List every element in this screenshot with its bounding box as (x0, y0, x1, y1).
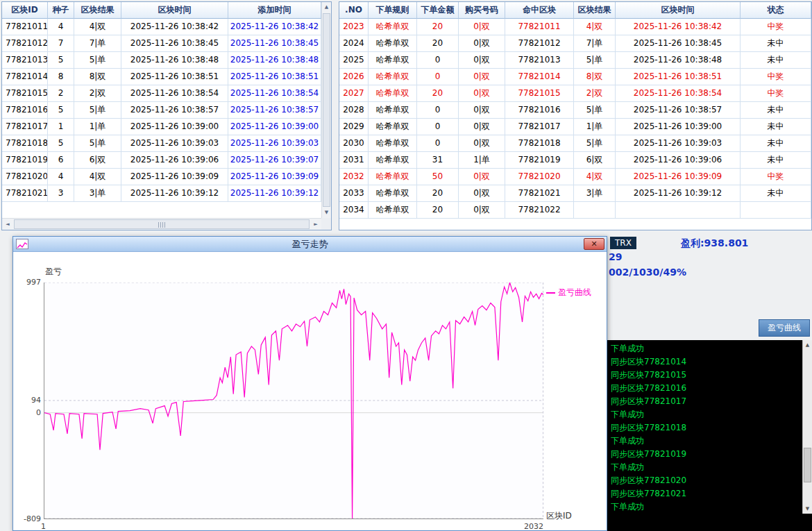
column-header[interactable]: 购买号码 (459, 2, 505, 19)
scroll-grip-icon (158, 222, 166, 228)
column-header[interactable]: 下单规则 (369, 2, 417, 19)
table-cell: 哈希单双 (369, 135, 417, 152)
scrollbar-corner (321, 218, 331, 230)
order-row[interactable]: 2033哈希单双200|双778210213|单2025-11-26 10:39… (339, 185, 811, 202)
order-row[interactable]: 2031哈希单双311|单778210196|双2025-11-26 10:39… (339, 152, 811, 169)
table-cell: 77821011 (505, 19, 574, 35)
orders-table: .NO下单规则下单金额购买号码命中区块区块结果区块时间状态 2023哈希单双20… (339, 2, 811, 219)
table-cell: 0|双 (459, 119, 505, 135)
console-scroll-thumb[interactable] (804, 448, 811, 482)
block-row[interactable]: 7782101711|单2025-11-26 10:39:002025-11-2… (2, 119, 321, 135)
column-header[interactable]: 区块ID (2, 2, 48, 19)
table-cell: 77821018 (505, 135, 574, 152)
table-cell: 77821021 (2, 185, 48, 202)
table-cell: 77821014 (505, 69, 574, 85)
table-cell: 哈希单双 (369, 185, 417, 202)
order-row[interactable]: 2023哈希单双200|双778210114|双2025-11-26 10:38… (339, 19, 811, 35)
column-header[interactable]: 区块时间 (121, 2, 228, 19)
order-row[interactable]: 2032哈希单双500|双778210204|双2025-11-26 10:39… (339, 169, 811, 185)
table-cell: 5|单 (74, 52, 121, 69)
vscroll-thumb[interactable] (323, 13, 330, 207)
table-cell: 4|双 (574, 19, 616, 35)
table-cell (741, 202, 811, 219)
order-row[interactable]: 2034哈希单双200|双77821022 (339, 202, 811, 219)
block-row[interactable]: 7782101277|单2025-11-26 10:38:452025-11-2… (2, 35, 321, 52)
column-header[interactable]: 状态 (741, 2, 811, 19)
column-header[interactable]: 区块结果 (574, 2, 616, 19)
table-cell: 2030 (339, 135, 369, 152)
table-cell: 0|双 (459, 202, 505, 219)
table-cell: 哈希单双 (369, 85, 417, 102)
table-cell: 未中 (741, 35, 811, 52)
table-cell: 2025-11-26 10:39:00 (228, 119, 321, 135)
block-row[interactable]: 7782101966|双2025-11-26 10:39:062025-11-2… (2, 152, 321, 169)
column-header[interactable]: 区块时间 (616, 2, 741, 19)
order-row[interactable]: 2029哈希单双00|双778210171|单2025-11-26 10:39:… (339, 119, 811, 135)
order-row[interactable]: 2027哈希单双200|双778210152|双2025-11-26 10:38… (339, 85, 811, 102)
block-row[interactable]: 7782101488|双2025-11-26 10:38:512025-11-2… (2, 69, 321, 85)
window-titlebar[interactable]: 盈亏走势 ✕ (13, 237, 607, 252)
order-row[interactable]: 2025哈希单双00|双778210135|单2025-11-26 10:38:… (339, 52, 811, 69)
table-cell: 哈希单双 (369, 169, 417, 185)
close-button[interactable]: ✕ (584, 238, 604, 250)
table-cell: 2025-11-26 10:38:42 (228, 19, 321, 35)
blocks-table-header: 区块ID种子区块结果区块时间添加时间 (2, 2, 321, 19)
table-cell: 2|双 (574, 85, 616, 102)
block-row[interactable]: 7782101655|单2025-11-26 10:38:572025-11-2… (2, 102, 321, 119)
block-row[interactable]: 7782101855|单2025-11-26 10:39:032025-11-2… (2, 135, 321, 152)
scroll-down-icon: ▼ (325, 210, 328, 215)
column-header[interactable]: 下单金额 (417, 2, 459, 19)
table-cell: 7|单 (574, 35, 616, 52)
console-line: 同步区块77821017 (611, 395, 801, 408)
table-cell: 2032 (339, 169, 369, 185)
table-cell: 2025-11-26 10:39:00 (616, 119, 741, 135)
block-row[interactable]: 7782101144|双2025-11-26 10:38:422025-11-2… (2, 19, 321, 35)
chart-client-area: 盈亏 997 94 0 -809 1 2032 区块ID 盈亏曲线 (13, 252, 607, 530)
block-row[interactable]: 7782101355|单2025-11-26 10:38:482025-11-2… (2, 52, 321, 69)
table-cell: 2025-11-26 10:39:09 (616, 169, 741, 185)
scroll-right-button[interactable]: ► (310, 219, 321, 230)
column-header[interactable]: 命中区块 (505, 2, 574, 19)
blocks-hscrollbar[interactable]: ◄ ► (2, 218, 321, 230)
table-cell: 哈希单双 (369, 152, 417, 169)
console-scroll-down-button[interactable]: ▼ (803, 504, 812, 514)
block-row[interactable]: 7782102044|双2025-11-26 10:39:092025-11-2… (2, 169, 321, 185)
profit-curve-button[interactable]: 盈亏曲线 (759, 319, 810, 337)
table-cell: 2025-11-26 10:38:51 (616, 69, 741, 85)
table-cell: 0|双 (459, 102, 505, 119)
table-cell: 未中 (741, 119, 811, 135)
blocks-table: 区块ID种子区块结果区块时间添加时间 7782101144|双2025-11-2… (2, 2, 321, 202)
blocks-vscrollbar[interactable]: ▲ ▼ (321, 2, 331, 218)
order-row[interactable]: 2030哈希单双00|双778210185|单2025-11-26 10:39:… (339, 135, 811, 152)
table-cell: 2025-11-26 10:38:48 (616, 52, 741, 69)
column-header[interactable]: 区块结果 (74, 2, 121, 19)
column-header[interactable]: .NO (339, 2, 369, 19)
scroll-left-button[interactable]: ◄ (2, 219, 13, 230)
y-tick-label: 0 (15, 408, 41, 417)
table-cell: 未中 (741, 185, 811, 202)
scroll-up-button[interactable]: ▲ (322, 2, 331, 12)
x-tick-label: 1 (41, 522, 46, 530)
table-cell: 20 (417, 202, 459, 219)
log-console[interactable]: 下单成功同步区块77821014同步区块77821015同步区块77821016… (607, 340, 812, 514)
console-scroll-up-button[interactable]: ▲ (803, 340, 812, 350)
table-cell: 1 (48, 119, 74, 135)
table-cell: 50 (417, 169, 459, 185)
column-header[interactable]: 添加时间 (228, 2, 321, 19)
y-axis-title: 盈亏 (45, 266, 62, 278)
table-cell: 1|单 (459, 152, 505, 169)
table-cell: 2025-11-26 10:39:12 (121, 185, 228, 202)
scroll-down-button[interactable]: ▼ (322, 208, 331, 218)
table-cell: 6 (48, 152, 74, 169)
block-row[interactable]: 7782101522|双2025-11-26 10:38:542025-11-2… (2, 85, 321, 102)
order-row[interactable]: 2024哈希单双200|双778210127|单2025-11-26 10:38… (339, 35, 811, 52)
order-row[interactable]: 2026哈希单双00|双778210148|双2025-11-26 10:38:… (339, 69, 811, 85)
console-scrollbar[interactable]: ▲ ▼ (802, 340, 812, 514)
table-cell: 1|单 (74, 119, 121, 135)
block-row[interactable]: 7782102133|单2025-11-26 10:39:122025-11-2… (2, 185, 321, 202)
table-cell: 20 (417, 19, 459, 35)
order-row[interactable]: 2028哈希单双00|双778210165|单2025-11-26 10:38:… (339, 102, 811, 119)
console-line: 同步区块77821018 (611, 421, 801, 435)
hscroll-thumb[interactable] (14, 219, 310, 229)
column-header[interactable]: 种子 (48, 2, 74, 19)
